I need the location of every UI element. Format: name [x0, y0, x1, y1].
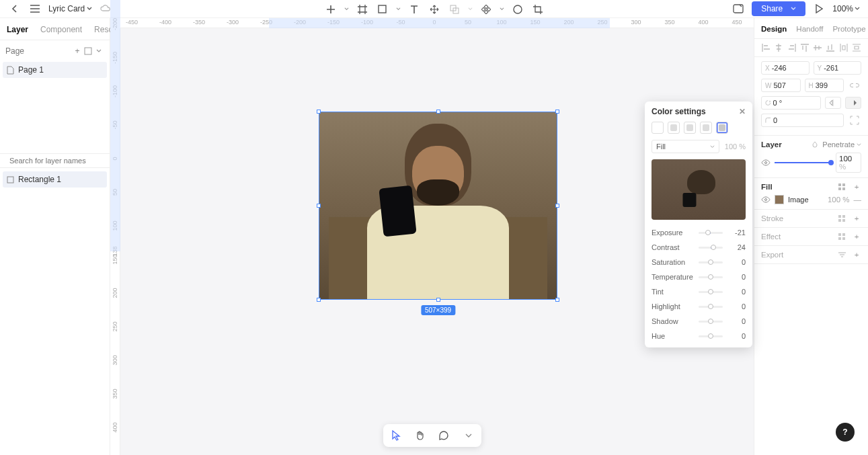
add-page-icon[interactable]: + [72, 46, 83, 56]
layer-item[interactable]: Rectangle 1 [3, 171, 107, 188]
add-stroke-icon[interactable]: + [852, 214, 861, 222]
align-vcenter-icon[interactable] [813, 43, 822, 52]
slider-value[interactable]: 0 [728, 258, 746, 266]
menu-icon[interactable] [28, 2, 42, 15]
h-field[interactable]: H [805, 79, 844, 92]
effect-grid-icon[interactable] [838, 233, 848, 240]
fill-grid-icon[interactable] [838, 183, 848, 190]
image-preview[interactable] [652, 159, 746, 220]
tab-handoff[interactable]: Handoff [796, 25, 823, 33]
slider-value[interactable]: -21 [728, 229, 746, 237]
slider-value[interactable]: 0 [728, 302, 746, 311]
y-field[interactable]: Y [814, 61, 862, 75]
component-tool-icon[interactable] [479, 3, 493, 16]
hand-tool-icon[interactable] [413, 428, 428, 443]
file-name[interactable]: Lyric Card [48, 4, 92, 13]
resize-handle-ne[interactable] [555, 110, 559, 114]
resize-handle-w[interactable] [317, 204, 321, 208]
align-left-icon[interactable] [761, 43, 771, 52]
back-icon[interactable] [8, 2, 22, 15]
frame-tool-icon[interactable] [356, 3, 369, 16]
slider-track[interactable] [699, 321, 723, 323]
slider-value[interactable]: 0 [728, 288, 746, 296]
rotation-field[interactable] [761, 96, 821, 110]
blend-icon[interactable] [812, 141, 818, 148]
opacity-slider[interactable] [775, 162, 832, 163]
slider-track[interactable] [699, 291, 723, 293]
add-effect-icon[interactable]: + [852, 233, 861, 241]
opacity-field[interactable]: 100 % [836, 153, 861, 173]
resize-handle-n[interactable] [436, 110, 440, 114]
add-fill-icon[interactable]: + [852, 183, 861, 191]
resize-handle-nw[interactable] [317, 110, 321, 114]
crop-tool-icon[interactable] [531, 3, 545, 16]
boolean-tool-icon[interactable] [448, 3, 461, 16]
slider-track[interactable] [699, 306, 723, 308]
slider-track[interactable] [699, 276, 723, 278]
clip-icon[interactable] [848, 114, 861, 127]
fill-visibility-icon[interactable] [761, 196, 771, 203]
thumb-fit[interactable] [668, 122, 680, 134]
resize-handle-s[interactable] [436, 298, 440, 302]
shape-tool-icon[interactable] [376, 3, 389, 16]
blend-mode-dropdown[interactable]: Penetrate [822, 140, 861, 149]
resize-handle-se[interactable] [555, 298, 559, 302]
resize-handle-sw[interactable] [317, 298, 321, 302]
selected-rectangle[interactable] [319, 112, 557, 300]
resize-handle-e[interactable] [555, 204, 559, 208]
add-tool-icon[interactable] [324, 3, 338, 16]
slider-value[interactable]: 0 [728, 317, 746, 325]
chevron-down-icon[interactable] [396, 7, 401, 11]
align-right-icon[interactable] [787, 43, 797, 52]
close-icon[interactable]: ✕ [739, 107, 746, 116]
move-tool-icon[interactable] [428, 3, 441, 16]
chevron-down-icon[interactable] [344, 7, 349, 11]
thumb-crop[interactable] [716, 122, 728, 134]
w-field[interactable]: W [761, 79, 801, 92]
fill-mode-select[interactable]: Fill [652, 140, 719, 153]
flip-h-icon[interactable] [825, 97, 841, 109]
zoom-dropdown[interactable]: 100% [832, 4, 860, 13]
text-tool-icon[interactable] [407, 3, 421, 16]
radius-field[interactable] [761, 114, 844, 127]
align-top-icon[interactable] [800, 43, 810, 52]
align-bottom-icon[interactable] [826, 43, 835, 52]
tab-prototype[interactable]: Prototype [832, 25, 865, 33]
visibility-icon[interactable] [761, 159, 771, 166]
thumb-tile[interactable] [700, 122, 712, 134]
help-fab[interactable]: ? [836, 423, 855, 442]
slider-track[interactable] [699, 261, 723, 263]
fill-swatch[interactable] [775, 195, 784, 204]
layer-search[interactable] [0, 153, 110, 168]
fill-item[interactable]: Image 100 % — [761, 195, 861, 204]
export-settings-icon[interactable] [838, 251, 848, 258]
thumb-original[interactable] [652, 122, 664, 134]
distribute-h-icon[interactable] [839, 43, 849, 52]
distribute-v-icon[interactable] [852, 43, 861, 52]
align-hcenter-icon[interactable] [774, 43, 783, 52]
search-input[interactable] [9, 157, 102, 165]
more-tools-icon[interactable] [461, 428, 476, 443]
page-view-icon[interactable] [83, 46, 93, 56]
pointer-tool-icon[interactable] [389, 428, 403, 443]
slider-track[interactable] [699, 232, 723, 234]
chevron-down-icon[interactable] [500, 7, 504, 11]
add-export-icon[interactable]: + [852, 251, 861, 259]
tab-layer[interactable]: Layer [7, 25, 28, 34]
stroke-grid-icon[interactable] [838, 215, 848, 222]
share-button[interactable]: Share [752, 1, 805, 16]
slider-value[interactable]: 0 [728, 332, 746, 340]
remove-fill-icon[interactable]: — [854, 196, 862, 204]
play-icon[interactable] [812, 2, 826, 15]
tab-component[interactable]: Component [40, 25, 82, 34]
thumb-stretch[interactable] [684, 122, 696, 134]
comment-tool-icon[interactable] [437, 428, 452, 443]
x-field[interactable]: X [761, 61, 810, 75]
link-wh-icon[interactable] [848, 80, 861, 91]
tab-design[interactable]: Design [761, 25, 787, 33]
slider-track[interactable] [699, 247, 723, 249]
flip-v-icon[interactable] [845, 97, 861, 109]
slider-value[interactable]: 0 [728, 273, 746, 281]
slider-track[interactable] [699, 335, 723, 337]
slider-value[interactable]: 24 [728, 243, 746, 251]
